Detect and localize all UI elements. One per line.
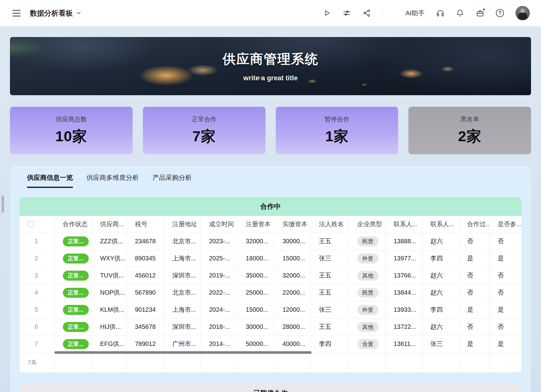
row-count: 7条: [28, 359, 37, 366]
table-row[interactable]: 3 正常... TUV供... 456012 深圳市... 2019-... 3…: [20, 267, 521, 284]
table-row[interactable]: 2 正常... WXY供... 890345 上海市... 2025-... 1…: [20, 250, 521, 267]
column-header[interactable]: 合作过...: [459, 216, 489, 233]
cell-reg-capital: 18000...: [238, 250, 274, 267]
cell-tax-no: 345678: [127, 318, 164, 335]
cell-founded: 2024-...: [201, 301, 238, 318]
ai-assistant-button[interactable]: AI助手: [394, 9, 425, 17]
cell-legal-person: 李四: [311, 335, 349, 352]
stat-card-value: 10家: [55, 127, 87, 146]
cell-contact-phone: 13766...: [385, 267, 422, 284]
help-icon[interactable]: ?: [496, 9, 504, 17]
column-header[interactable]: 是否参...: [489, 216, 521, 233]
stat-card-value: 2家: [458, 127, 482, 146]
cell-legal-person: 王五: [311, 318, 349, 335]
suspended-section-card: 已暂停合作: [20, 384, 521, 392]
tabs: 供应商信息一览供应商多维度分析产品采购分析: [20, 173, 521, 188]
cell-legal-person: 王五: [311, 284, 349, 301]
stat-card-label: 正常合作: [192, 115, 217, 124]
cell-reg-capital: 35000...: [238, 267, 274, 284]
cell-founded: 2014-...: [201, 335, 238, 352]
column-header[interactable]: 联系人...: [385, 216, 422, 233]
row-index: 5: [20, 301, 54, 318]
stat-card-label: 黑名单: [460, 115, 479, 124]
row-index: 1: [20, 233, 54, 250]
ai-logo: [394, 9, 402, 17]
cell-paid-capital: 30000...: [274, 233, 311, 250]
column-header[interactable]: 联系人...: [422, 216, 459, 233]
cell-status: 正常...: [54, 233, 92, 250]
cell-founded: 2018-...: [201, 318, 238, 335]
cell-coop-past: 否: [459, 267, 489, 284]
column-header[interactable]: 税号: [127, 216, 164, 233]
tab[interactable]: 供应商信息一览: [27, 173, 73, 188]
column-header[interactable]: 实缴资本: [274, 216, 311, 233]
avatar[interactable]: [515, 6, 530, 20]
suppliers-table-card: 合作中 合作状态供应商...税号注册地址成立时间注册资本实缴资本法人姓名企业类型…: [20, 197, 521, 372]
cell-tax-no: 890345: [127, 250, 164, 267]
cell-contact-name: 赵六: [422, 233, 459, 250]
vertical-scrollbar[interactable]: [2, 195, 4, 213]
toolbar-divider: [382, 8, 383, 18]
notification-dot: [482, 8, 486, 11]
row-index: 3: [20, 267, 54, 284]
sliders-icon[interactable]: [342, 9, 351, 17]
column-header[interactable]: 供应商...: [92, 216, 127, 233]
table-row[interactable]: 6 正常... HIJ供... 345678 深圳市... 2018-... 3…: [20, 318, 521, 335]
cell-supplier: ZZZ供...: [92, 233, 127, 250]
cell-supplier: WXY供...: [92, 250, 127, 267]
suppliers-table: 合作状态供应商...税号注册地址成立时间注册资本实缴资本法人姓名企业类型联系人.…: [20, 216, 521, 372]
cell-reg-capital: 15000...: [238, 301, 274, 318]
table-row[interactable]: 7 正常... EFG供... 789012 广州市... 2014-... 5…: [20, 335, 521, 352]
stat-cards: 供应商总数 10家 正常合作 7家 暂停合作 1家 黑名单 2家: [10, 107, 531, 154]
table-group-title: 合作中: [260, 202, 281, 211]
ai-assistant-label: AI助手: [405, 9, 425, 17]
menu-icon[interactable]: [12, 8, 22, 18]
table-row[interactable]: 1 正常... ZZZ供... 234678 北京市... 2023-... 3…: [20, 233, 521, 250]
briefcase-icon[interactable]: [476, 9, 484, 17]
row-index: 2: [20, 250, 54, 267]
column-header[interactable]: 注册地址: [164, 216, 201, 233]
column-header[interactable]: 注册资本: [238, 216, 274, 233]
cell-legal-person: 王五: [311, 233, 349, 250]
cell-participate: 否: [489, 267, 521, 284]
bell-icon[interactable]: [456, 9, 464, 17]
status-badge: 正常...: [63, 305, 89, 315]
horizontal-scrollbar[interactable]: [54, 351, 312, 354]
cell-founded: 2019-...: [201, 267, 238, 284]
company-type-badge: 其他: [357, 322, 379, 332]
cell-status: 正常...: [54, 250, 92, 267]
cell-contact-name: 李四: [422, 250, 459, 267]
cell-coop-past: 否: [459, 318, 489, 335]
cell-contact-phone: 13888...: [385, 233, 422, 250]
company-type-badge: 外资: [357, 305, 379, 315]
cell-tax-no: 901234: [127, 301, 164, 318]
cell-status: 正常...: [54, 301, 92, 318]
column-header[interactable]: 企业类型: [349, 216, 385, 233]
cell-address: 广州市...: [164, 335, 201, 352]
company-type-badge: 民营: [357, 288, 379, 298]
tab[interactable]: 供应商多维度分析: [87, 173, 139, 188]
play-icon[interactable]: [322, 9, 331, 17]
column-header[interactable]: 成立时间: [201, 216, 238, 233]
tab[interactable]: 产品采购分析: [153, 173, 192, 188]
table-row[interactable]: 4 正常... NOP供... 567890 北京市... 2022-... 2…: [20, 284, 521, 301]
table-footer-row: 7条: [20, 352, 521, 372]
stat-card: 正常合作 7家: [143, 107, 266, 154]
share-icon[interactable]: [362, 9, 371, 17]
cell-participate: 是: [489, 301, 521, 318]
table-row[interactable]: 5 正常... KLM供... 901234 上海市... 2024-... 1…: [20, 301, 521, 318]
cell-paid-capital: 32000...: [274, 267, 311, 284]
cell-address: 深圳市...: [164, 267, 201, 284]
column-header[interactable]: 合作状态: [54, 216, 92, 233]
cell-tax-no: 234678: [127, 233, 164, 250]
chevron-down-icon[interactable]: [76, 10, 82, 16]
select-all-checkbox[interactable]: [28, 221, 34, 227]
cell-legal-person: 张三: [311, 301, 349, 318]
cell-reg-capital: 25000...: [238, 284, 274, 301]
cell-supplier: EFG供...: [92, 335, 127, 352]
stat-card: 暂停合作 1家: [276, 107, 398, 154]
headset-icon[interactable]: [436, 9, 445, 17]
cell-paid-capital: 12000...: [274, 301, 311, 318]
cell-tax-no: 789012: [127, 335, 164, 352]
column-header[interactable]: 法人姓名: [311, 216, 349, 233]
